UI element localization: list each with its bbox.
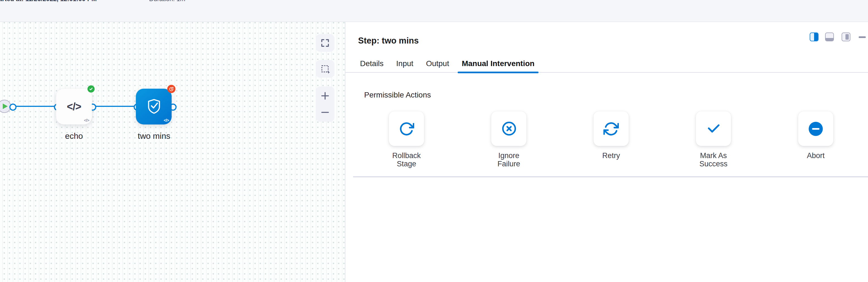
edge-echo-twomins <box>91 106 136 107</box>
rollback-stage-button[interactable] <box>389 111 424 146</box>
step-node-two-mins[interactable]: </> <box>136 89 172 124</box>
tab-input[interactable]: Input <box>393 54 417 72</box>
execution-meta-bar: Started at: 11/26/2022, 12:01:00 PM Dura… <box>0 0 868 22</box>
port-start-out <box>9 104 17 111</box>
split-view-icon <box>814 33 818 41</box>
ignore-failure-icon <box>501 121 516 136</box>
canvas-select-button[interactable] <box>316 60 335 78</box>
mark-as-success-action: Mark As Success <box>696 111 731 168</box>
node-label-echo: echo <box>46 131 101 140</box>
waiting-timer-badge-icon <box>167 85 176 93</box>
ignore-failure-action: Ignore Failure <box>491 111 526 168</box>
action-label: Rollback Stage <box>384 151 429 168</box>
right-view-icon <box>845 34 849 40</box>
content-divider <box>353 176 868 177</box>
tab-output[interactable]: Output <box>422 54 453 72</box>
edge-start-echo <box>11 106 57 107</box>
panel-title: Step: two mins <box>358 36 418 46</box>
layout-right-view-button[interactable] <box>842 32 850 41</box>
node-label-two-mins: two mins <box>126 131 182 140</box>
action-label: Abort <box>794 151 838 160</box>
abort-action: Abort <box>798 111 833 168</box>
bottom-view-icon <box>826 38 833 41</box>
rollback-icon <box>399 121 414 136</box>
tab-details[interactable]: Details <box>356 54 388 72</box>
mark-as-success-button[interactable] <box>696 111 731 146</box>
layout-bottom-view-button[interactable] <box>825 32 834 41</box>
layout-split-view-button[interactable] <box>810 32 818 41</box>
main-split: </> </> </> <box>0 22 868 282</box>
retry-action: Retry <box>593 111 629 168</box>
action-label: Mark As Success <box>691 151 736 168</box>
step-node-echo[interactable]: </> </> <box>56 89 92 124</box>
canvas-zoom-controls <box>316 86 335 121</box>
canvas-fullscreen-button[interactable] <box>316 34 335 52</box>
permissible-actions-row: Rollback Stage Ignore Failure <box>389 111 833 168</box>
marquee-select-icon <box>320 64 330 74</box>
pipeline-canvas[interactable]: </> </> </> <box>0 22 345 282</box>
rollback-stage-action: Rollback Stage <box>389 111 424 168</box>
ignore-failure-button[interactable] <box>491 111 526 146</box>
play-icon <box>2 104 7 109</box>
shield-check-icon <box>146 97 162 116</box>
step-detail-panel: Step: two mins Details Input Output Manu… <box>345 22 868 282</box>
action-label: Ignore Failure <box>487 151 531 168</box>
abort-icon <box>808 121 824 136</box>
fullscreen-icon <box>320 38 330 48</box>
started-at-text: Started at: 11/26/2022, 12:01:00 PM <box>0 0 97 2</box>
zoom-in-button[interactable] <box>316 88 335 103</box>
execution-page: Started at: 11/26/2022, 12:01:00 PM Dura… <box>0 0 868 282</box>
abort-button[interactable] <box>798 111 833 146</box>
duration-text: Duration: 1m <box>149 0 185 2</box>
tab-manual-intervention[interactable]: Manual Intervention <box>458 54 538 72</box>
retry-button[interactable] <box>593 111 629 146</box>
minus-icon <box>321 108 330 116</box>
mark-as-success-icon <box>706 121 721 136</box>
step-tabs: Details Input Output Manual Intervention <box>345 54 868 73</box>
plus-icon <box>321 91 330 100</box>
permissible-actions-title: Permissible Actions <box>364 90 431 99</box>
action-label: Retry <box>589 151 633 160</box>
code-icon: </> <box>67 101 81 113</box>
minimize-panel-button[interactable] <box>859 36 866 38</box>
zoom-out-button[interactable] <box>316 105 335 119</box>
script-type-icon: </> <box>84 118 89 123</box>
success-badge-icon <box>88 85 95 92</box>
script-type-icon: </> <box>164 118 169 123</box>
pipeline-start-node[interactable] <box>0 100 11 113</box>
retry-icon <box>603 121 619 136</box>
